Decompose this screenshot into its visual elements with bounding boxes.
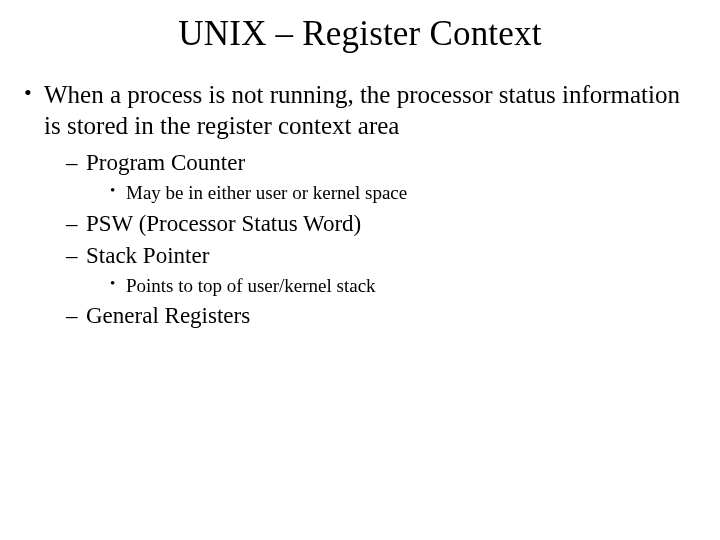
subsub-item: May be in either user or kernel space	[110, 180, 700, 206]
subsub-list: May be in either user or kernel space	[86, 180, 700, 206]
bullet-text: When a process is not running, the proce…	[44, 81, 680, 139]
sub-text: General Registers	[86, 303, 250, 328]
sub-item: General Registers	[66, 300, 700, 331]
subsub-list: Points to top of user/kernel stack	[86, 273, 700, 299]
sub-text: PSW (Processor Status Word)	[86, 211, 361, 236]
sub-item: Program Counter May be in either user or…	[66, 147, 700, 206]
sub-item: Stack Pointer Points to top of user/kern…	[66, 240, 700, 299]
sub-item: PSW (Processor Status Word)	[66, 208, 700, 239]
subsub-text: May be in either user or kernel space	[126, 182, 407, 203]
subsub-text: Points to top of user/kernel stack	[126, 275, 376, 296]
bullet-item: When a process is not running, the proce…	[20, 80, 700, 331]
slide: UNIX – Register Context When a process i…	[0, 0, 720, 540]
slide-title: UNIX – Register Context	[0, 14, 720, 54]
bullet-list: When a process is not running, the proce…	[0, 80, 720, 331]
sub-text: Program Counter	[86, 150, 245, 175]
sub-list: Program Counter May be in either user or…	[44, 147, 700, 331]
subsub-item: Points to top of user/kernel stack	[110, 273, 700, 299]
sub-text: Stack Pointer	[86, 243, 209, 268]
